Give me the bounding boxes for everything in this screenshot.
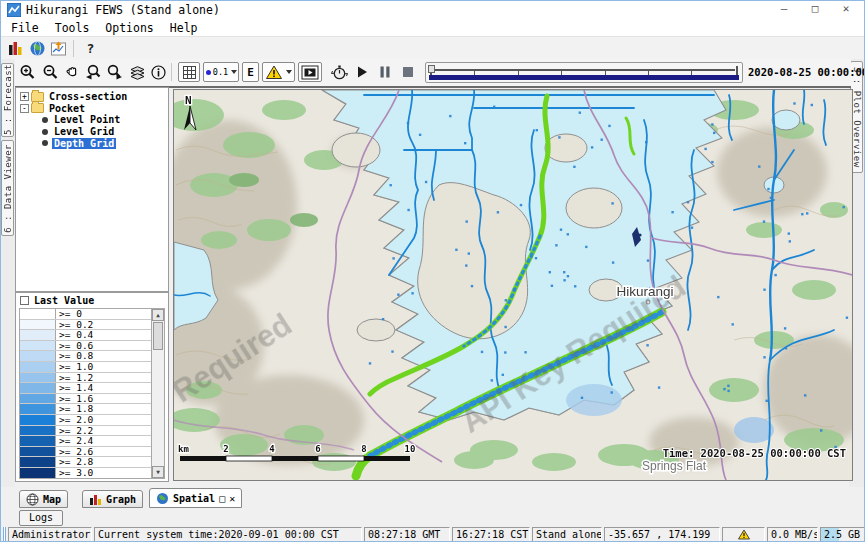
display-tab-bar: Map Graph Spatial □ ✕ — [1, 487, 864, 509]
legend-swatch — [20, 426, 56, 436]
legend-swatch — [20, 447, 56, 457]
legend-swatch — [20, 383, 56, 393]
menu-options[interactable]: Options — [97, 21, 161, 35]
pan-hand-button[interactable] — [62, 62, 82, 82]
svg-text:N: N — [185, 94, 192, 107]
timeline-thumb[interactable] — [428, 65, 435, 73]
status-mode: Stand alone — [532, 527, 602, 542]
timeseries-display-icon[interactable] — [49, 39, 68, 58]
tab-spatial[interactable]: Spatial □ ✕ — [149, 488, 242, 508]
tree-item-depth-grid[interactable]: Depth Grid — [16, 137, 168, 149]
tree-item-label: Level Grid — [52, 126, 116, 137]
svg-text:10: 10 — [405, 444, 416, 454]
grid-display-button[interactable] — [178, 62, 200, 82]
tab-graph[interactable]: Graph — [82, 490, 143, 508]
tree-item-level-point[interactable]: Level Point — [16, 114, 168, 126]
tab-plot-overview-label: 3 : Plot Overview — [852, 67, 862, 168]
legend-swatch — [20, 404, 56, 414]
animation-window-button[interactable] — [298, 62, 322, 82]
scroll-up-icon[interactable]: ▲ — [152, 309, 164, 321]
warning-icon — [265, 64, 283, 80]
legend-row: >= 1.0 — [20, 362, 151, 373]
zoom-in-button[interactable] — [17, 62, 37, 82]
globe-grid-icon — [26, 493, 39, 506]
legend-row: >= 3.2 — [20, 479, 151, 480]
tab-map[interactable]: Map — [19, 490, 68, 508]
tab-map-label: Map — [43, 494, 61, 505]
legend-label: >= 2.2 — [56, 426, 151, 436]
legend-label: >= 1.0 — [56, 362, 151, 372]
minimize-button[interactable]: – — [778, 2, 790, 15]
legend-scrollbar[interactable]: ▲ ▼ — [151, 309, 164, 478]
title-bar: Hikurangi FEWS (Stand alone) – □ ✕ — [1, 1, 864, 19]
warnings-dropdown[interactable] — [262, 62, 295, 82]
svg-text:km: km — [178, 444, 189, 454]
legend-label: >= 3.2 — [56, 479, 151, 480]
status-download-rate: 0.0 MB/s — [767, 527, 818, 542]
legend-swatch — [20, 309, 56, 319]
close-button[interactable]: ✕ — [840, 2, 852, 15]
record-button[interactable] — [409, 63, 423, 83]
city-label: Hikurangi — [616, 284, 673, 299]
menu-tools[interactable]: Tools — [47, 21, 98, 35]
legend-swatch — [20, 457, 56, 467]
last-value-checkbox[interactable] — [20, 296, 29, 305]
animation-settings-icon[interactable] — [328, 62, 350, 82]
tab-forecast[interactable]: 5 : Forecast — [1, 63, 14, 137]
globe-icon — [156, 492, 169, 505]
svg-text:8: 8 — [361, 444, 366, 454]
node-bullet-icon — [42, 140, 48, 146]
tree-toggle-icon[interactable]: + — [20, 92, 29, 101]
timeline-data-bar — [429, 75, 739, 80]
menu-file[interactable]: File — [3, 21, 47, 35]
menu-help[interactable]: Help — [162, 21, 206, 35]
database-viewer-icon[interactable] — [6, 39, 25, 58]
logs-button[interactable]: Logs — [19, 510, 63, 526]
tab-maximize-icon[interactable]: □ — [219, 493, 225, 504]
scroll-down-icon[interactable]: ▼ — [152, 466, 164, 478]
legend-label: >= 2.0 — [56, 415, 151, 425]
tab-close-icon[interactable]: ✕ — [229, 493, 235, 504]
status-user: Administrator — [8, 527, 92, 542]
timeline-slider[interactable] — [425, 62, 743, 83]
scroll-thumb[interactable] — [153, 322, 163, 350]
chevron-down-icon — [286, 70, 292, 74]
node-bullet-icon — [42, 117, 48, 123]
zoom-previous-button[interactable] — [83, 62, 103, 82]
labels-button[interactable]: E — [242, 62, 259, 82]
status-coordinates: -35.657 , 174.199 — [604, 527, 720, 542]
zoom-out-button[interactable] — [40, 62, 60, 82]
memory-usage-text: 2.5 GB — [824, 529, 860, 540]
zoom-next-button[interactable] — [104, 62, 124, 82]
legend-label: >= 1.8 — [56, 404, 151, 414]
help-icon[interactable]: ? — [81, 39, 100, 58]
maximize-button[interactable]: □ — [809, 2, 821, 15]
legend-row: >= 2.0 — [20, 415, 151, 426]
locality-label: Springs Flat — [642, 459, 707, 473]
tab-forecast-label: 5 : Forecast — [3, 64, 13, 135]
map-time-label: Time: 2020-08-25 00:00:00 CST — [663, 447, 846, 459]
tree-toggle-icon[interactable]: - — [20, 104, 29, 113]
status-warning[interactable] — [722, 527, 765, 542]
legend-swatch — [20, 362, 56, 372]
svg-text:2: 2 — [223, 444, 228, 454]
map-view[interactable]: API Key Required API Key Required N km 2… — [173, 89, 853, 481]
legend-swatch — [20, 394, 56, 404]
legend-list: >= 0>= 0.2>= 0.4>= 0.6>= 0.8>= 1.0>= 1.2… — [19, 308, 165, 479]
info-button[interactable] — [149, 62, 167, 82]
legend-row: >= 3.0 — [20, 468, 151, 479]
legend-label: >= 0 — [56, 309, 151, 319]
legend-label: >= 0.6 — [56, 341, 151, 351]
status-gmt-time: 08:27:18 GMT — [364, 527, 450, 542]
legend-label: >= 3.0 — [56, 468, 151, 478]
tree-item-pocket[interactable]: -Pocket — [16, 103, 168, 115]
layers-button[interactable] — [127, 62, 147, 82]
map-display-icon[interactable] — [28, 39, 47, 58]
tab-graph-label: Graph — [106, 494, 136, 505]
folder-icon — [31, 103, 44, 113]
legend-panel: Last Value >= 0>= 0.2>= 0.4>= 0.6>= 0.8>… — [15, 292, 169, 482]
legend-row: >= 0 — [20, 309, 151, 320]
tree-item-level-grid[interactable]: Level Grid — [16, 126, 168, 138]
window-title: Hikurangi FEWS (Stand alone) — [26, 3, 220, 17]
tab-data-viewer[interactable]: 6 : Data Viewer — [1, 140, 14, 236]
